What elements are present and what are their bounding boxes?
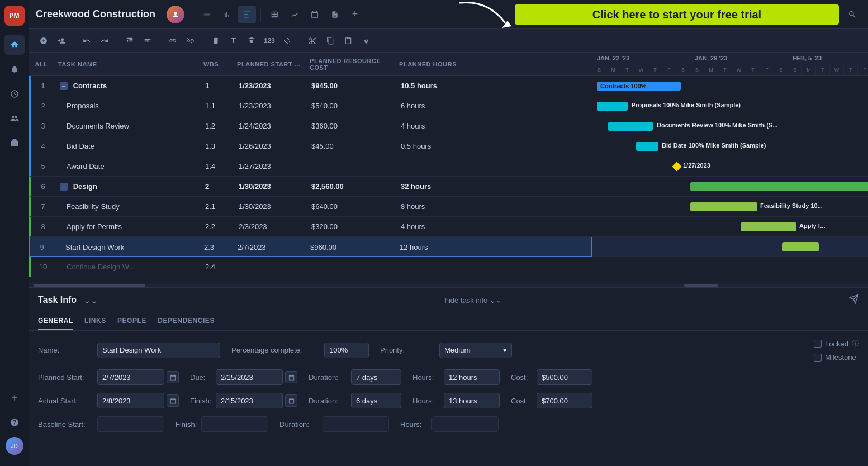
table-icon[interactable] [265, 6, 283, 23]
planned-start-input[interactable] [97, 369, 164, 385]
free-trial-banner[interactable]: Click here to start your free trial [515, 4, 839, 25]
tab-links[interactable]: LINKS [84, 317, 106, 330]
due-input[interactable] [216, 369, 283, 385]
hide-task-info-button[interactable]: hide task info ⌄⌄ [445, 296, 502, 305]
color-button[interactable] [244, 33, 259, 49]
add-task-button[interactable] [36, 33, 51, 49]
outdent-button[interactable] [122, 33, 137, 49]
tab-dependencies[interactable]: DEPENDENCIES [158, 317, 215, 330]
undo-button[interactable] [79, 33, 94, 49]
row-start: 1/30/2023 [234, 202, 307, 211]
list-view-icon[interactable] [198, 6, 216, 23]
table-row[interactable]: 5 Award Date 1.4 1/27/2023 [29, 156, 592, 177]
table-row[interactable]: 3 Documents Review 1.2 1/24/2023 $360.00… [29, 116, 592, 136]
gantt-bar-docs[interactable] [608, 122, 653, 131]
baseline-dur-label: Duration: [279, 420, 319, 429]
hours-input[interactable] [444, 369, 500, 385]
sidebar-item-help[interactable] [4, 412, 25, 432]
hours2-label: Hours: [412, 397, 440, 405]
add-view-icon[interactable]: + [346, 6, 364, 23]
search-button[interactable] [843, 6, 861, 23]
name-input[interactable] [97, 343, 220, 358]
actual-start-input[interactable] [97, 393, 164, 408]
gantt-bar-permits[interactable] [741, 222, 796, 231]
tab-people[interactable]: PEOPLE [117, 317, 146, 330]
gantt-bar-design[interactable] [690, 182, 868, 191]
calendar-icon[interactable] [306, 6, 324, 23]
gantt-scrollbar[interactable] [592, 283, 868, 287]
planned-start-calendar[interactable] [167, 371, 179, 383]
copy-button[interactable] [322, 33, 338, 49]
baseline-finish-input[interactable] [201, 416, 268, 432]
indent-button[interactable] [140, 33, 155, 49]
share-button[interactable] [849, 294, 859, 306]
tab-general[interactable]: GENERAL [38, 317, 73, 330]
collapse-icon-left[interactable]: ⌄⌄ [83, 295, 98, 306]
duration-input[interactable] [351, 369, 401, 385]
gantt-bar-feasibility[interactable] [690, 202, 757, 211]
sidebar-item-projects[interactable] [4, 133, 25, 153]
sidebar-item-people[interactable] [4, 108, 25, 129]
gantt-bar-contracts[interactable]: Contracts 100% [597, 82, 681, 91]
unlink-button[interactable] [183, 33, 198, 49]
priority-select[interactable]: Medium ▾ [439, 343, 512, 358]
cost2-input[interactable] [537, 393, 592, 408]
gantt-week-2: JAN, 29 '23 [690, 53, 788, 64]
doc-icon[interactable] [326, 6, 344, 23]
link-button[interactable] [165, 33, 181, 49]
gantt-scrollbar-thumb[interactable] [684, 284, 718, 287]
group-collapse-icon[interactable]: − [60, 82, 68, 90]
table-row[interactable]: 7 Feasibility Study 2.1 1/30/2023 $640.0… [29, 197, 592, 217]
sidebar-item-add[interactable] [4, 388, 25, 408]
gantt-bar-start-design[interactable] [782, 242, 819, 251]
row-start: 1/26/2023 [234, 142, 307, 150]
paste-button[interactable] [340, 33, 356, 49]
baseline-finish-group: Finish: [176, 416, 268, 432]
cut-button[interactable] [305, 33, 320, 49]
name-label: Name: [38, 346, 94, 354]
table-row[interactable]: 4 Bid Date 1.3 1/26/2023 $45.00 0.5 hour… [29, 136, 592, 156]
baseline-dur-input[interactable] [322, 416, 389, 432]
baseline-start-input[interactable] [97, 416, 164, 432]
table-row[interactable]: 8 Apply for Permits 2.2 2/3/2023 $320.00… [29, 217, 592, 237]
table-row[interactable]: 10 Continue Design W... 2.4 [29, 257, 592, 277]
gantt-milestone-diamond [672, 162, 682, 172]
anchor-button[interactable] [358, 33, 374, 49]
milestone-checkbox[interactable] [814, 354, 822, 362]
row-start: 2/7/2023 [233, 243, 306, 251]
row-hours: 12 hours [395, 243, 462, 251]
delete-button[interactable] [208, 33, 224, 49]
pulse-icon[interactable] [286, 6, 303, 23]
cost-input[interactable] [537, 369, 592, 385]
gantt-table: ALL TASK NAME WBS PLANNED START ... PLAN… [29, 53, 592, 287]
col-hours-header: PLANNED HOURS [395, 61, 462, 68]
sidebar-item-home[interactable] [4, 35, 25, 55]
locked-checkbox[interactable] [814, 340, 822, 348]
group-collapse-icon[interactable]: − [60, 183, 68, 191]
table-row[interactable]: 1 − Contracts 1 1/23/2023 $945.00 10.5 h… [29, 76, 592, 96]
table-scrollbar[interactable] [29, 283, 592, 287]
due-calendar[interactable] [285, 371, 297, 383]
hash-button[interactable]: 123 [262, 33, 277, 49]
diamond-button[interactable] [279, 33, 295, 49]
baseline-hours-input[interactable] [431, 416, 499, 432]
actual-start-calendar[interactable] [167, 394, 179, 407]
pct-input[interactable] [324, 343, 369, 358]
table-row[interactable]: 6 − Design 2 1/30/2023 $2,560.00 32 hour… [29, 177, 592, 197]
redo-button[interactable] [97, 33, 112, 49]
finish-calendar[interactable] [285, 394, 297, 407]
table-row[interactable]: 2 Proposals 1.1 1/23/2023 $540.00 6 hour… [29, 96, 592, 116]
bar-chart-icon[interactable] [218, 6, 236, 23]
table-row[interactable]: 9 Start Design Work 2.3 2/7/2023 $960.00… [29, 237, 592, 257]
user-avatar[interactable]: JD [6, 437, 23, 455]
sidebar-item-notifications[interactable] [4, 59, 25, 79]
sidebar-item-time[interactable] [4, 84, 25, 104]
finish-input[interactable] [216, 393, 283, 408]
hours2-input[interactable] [444, 393, 500, 408]
gantt-icon[interactable] [238, 6, 256, 23]
duration2-input[interactable] [351, 393, 401, 408]
add-person-button[interactable] [54, 33, 69, 49]
gantt-bar-bid[interactable] [636, 142, 658, 151]
gantt-bar-proposals[interactable] [597, 102, 628, 111]
text-button[interactable]: T [226, 33, 241, 49]
